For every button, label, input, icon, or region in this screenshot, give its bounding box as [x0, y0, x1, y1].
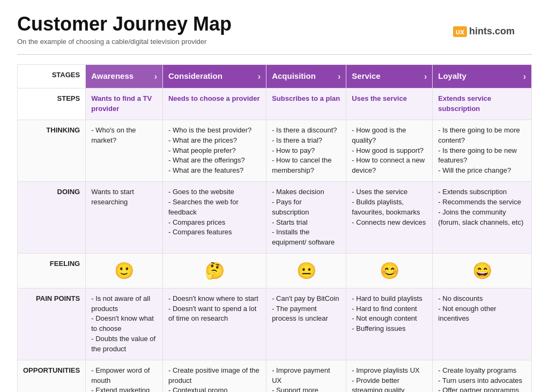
painpoints-label: PAIN POINTS: [18, 288, 86, 360]
feeling-loyalty: 😄: [433, 254, 532, 289]
pain-awareness: - Is not aware of all products - Doesn't…: [86, 288, 163, 360]
doing-consideration: - Goes to the website - Searches the web…: [162, 182, 266, 254]
pain-loyalty: - No discounts - Not enough other incent…: [433, 288, 532, 360]
logo-area: ux hints.com: [453, 26, 515, 37]
thinking-awareness: - Who's on the market?: [86, 120, 163, 181]
logo-domain: hints.com: [469, 26, 515, 37]
stage-name: Consideration: [168, 71, 222, 80]
stage-arrow-icon: ›: [338, 70, 340, 83]
doing-acquisition: - Makes decision - Pays for subscription…: [266, 182, 346, 254]
stage-arrow-icon: ›: [424, 70, 427, 83]
thinking-service: - How good is the quality? - How good is…: [346, 120, 433, 181]
step-service: Uses the service: [346, 88, 433, 120]
step-awareness: Wants to find a TV provider: [86, 88, 163, 120]
feeling-label: FEELING: [18, 254, 86, 289]
pain-consideration: - Doesn't know where to start - Doesn't …: [162, 288, 266, 360]
stage-name: Acquisition: [272, 71, 316, 80]
doing-service: - Uses the service - Builds playlists, f…: [346, 182, 433, 254]
doing-label: DOING: [18, 182, 86, 254]
step-consideration: Needs to choose a provider: [162, 88, 266, 120]
stage-loyalty: Loyalty›: [433, 65, 532, 88]
doing-awareness: Wants to start researching: [86, 182, 163, 254]
step-acquisition: Subscribes to a plan: [266, 88, 346, 120]
thinking-consideration: - Who is the best provider? - What are t…: [162, 120, 266, 181]
stage-name: Loyalty: [438, 71, 466, 80]
stage-service: Service›: [346, 65, 433, 88]
pain-acquisition: - Can't pay by BitCoin - The payment pro…: [266, 288, 346, 360]
page-subtitle: On the example of choosing a cable/digit…: [17, 38, 532, 46]
opp-loyalty: - Create loyalty programs - Turn users i…: [433, 360, 532, 392]
feeling-awareness: 🙂: [86, 254, 163, 289]
opportunities-label: OPPORTUNITIES: [18, 360, 86, 392]
thinking-loyalty: - Is there going to be more content? - I…: [433, 120, 532, 181]
stage-consideration: Consideration›: [162, 65, 266, 88]
opp-acquisition: - Improve payment UX - Support more paym…: [266, 360, 346, 392]
opp-consideration: - Create positive image of the product -…: [162, 360, 266, 392]
steps-label: STEPS: [18, 88, 86, 120]
stage-acquisition: Acquisition›: [266, 65, 346, 88]
stage-arrow-icon: ›: [523, 70, 526, 83]
stage-name: Service: [352, 71, 380, 80]
thinking-acquisition: - Is there a discount? - Is there a tria…: [266, 120, 346, 181]
stages-label: STAGES: [18, 65, 86, 88]
feeling-service: 😊: [346, 254, 433, 289]
stage-awareness: Awareness›: [86, 65, 163, 88]
stage-name: Awareness: [91, 71, 133, 80]
stage-arrow-icon: ›: [258, 70, 261, 83]
doing-loyalty: - Extends subscription - Recommends the …: [433, 182, 532, 254]
stage-arrow-icon: ›: [154, 70, 157, 83]
feeling-consideration: 🤔: [162, 254, 266, 289]
pain-service: - Hard to build playlists - Hard to find…: [346, 288, 433, 360]
thinking-label: THINKING: [18, 120, 86, 181]
opp-awareness: - Empower word of mouth - Extend marketi…: [86, 360, 163, 392]
feeling-acquisition: 😐: [266, 254, 346, 289]
step-loyalty: Extends service subscription: [433, 88, 532, 120]
journey-map-table: STAGES Awareness› Consideration› Acquisi…: [17, 64, 532, 392]
logo-ux-badge: ux: [453, 26, 467, 37]
opp-service: - Improve playlists UX - Provide better …: [346, 360, 433, 392]
